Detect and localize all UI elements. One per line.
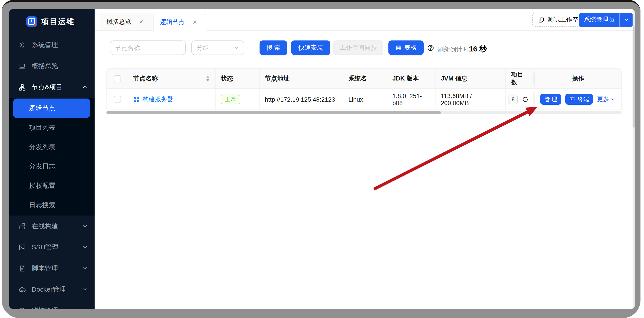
chevron-up-icon: [82, 84, 88, 90]
sidebar-item-label: 监控管理: [32, 306, 76, 309]
select-all-cell: [107, 68, 128, 89]
col-projects: 项目数: [506, 68, 532, 89]
status-cell: 正常: [216, 89, 260, 110]
vertical-scrollbar-thumb[interactable]: [632, 26, 635, 128]
sidebar-item-node-project[interactable]: 节点&项目: [9, 76, 94, 98]
table-view-button[interactable]: 表格: [388, 40, 424, 55]
screenshot-stage: 项目运维 系统管理 概括总览: [0, 0, 644, 318]
col-node-name[interactable]: 节点名称: [128, 68, 216, 89]
sidebar: 项目运维 系统管理 概括总览: [9, 9, 94, 309]
sidebar-item-logic-node[interactable]: 逻辑节点: [13, 98, 90, 118]
sidebar-item-script[interactable]: 脚本管理: [9, 258, 94, 279]
main-content: 概括总览 ✕ 逻辑节点 ✕ 测试工作空间 系统管理员: [94, 9, 635, 309]
group-select[interactable]: 分组: [191, 40, 244, 55]
projects-cell: 8: [506, 89, 532, 110]
app-title: 项目运维: [41, 16, 75, 26]
sidebar-item-label: 节点&项目: [32, 83, 76, 91]
sidebar-item-label: SSH管理: [32, 243, 76, 251]
chevron-down-icon: [82, 287, 88, 292]
sidebar-item-label: Docker管理: [32, 285, 76, 294]
sidebar-item-dispatch-log[interactable]: 分发日志: [9, 156, 94, 176]
terminal-label: 终端: [578, 95, 589, 103]
refresh-countdown-prefix: 刷新倒计时: [438, 46, 468, 54]
monitor-icon: [18, 307, 26, 309]
chevron-down-icon: [82, 266, 88, 271]
terminal-button[interactable]: 终端: [565, 94, 593, 105]
col-jvm: JVM 信息: [436, 68, 506, 89]
sidebar-item-ssh[interactable]: SSH管理: [9, 237, 94, 258]
close-icon[interactable]: ✕: [139, 19, 144, 25]
help-icon[interactable]: [427, 44, 434, 52]
sitemap-icon: [18, 83, 26, 91]
chevron-down-icon: [234, 45, 239, 50]
chevron-down-icon: [82, 244, 88, 250]
select-all-checkbox[interactable]: [114, 75, 121, 82]
sidebar-item-label: 逻辑节点: [29, 104, 56, 112]
chevron-down-icon: [610, 96, 616, 102]
sidebar-item-label: 分发日志: [29, 162, 56, 170]
node-name-input[interactable]: [110, 40, 186, 55]
sidebar-item-overview[interactable]: 概括总览: [9, 56, 94, 76]
node-name-cell: 构建服务器: [128, 89, 216, 110]
horizontal-scrollbar[interactable]: [106, 111, 622, 114]
project-count-tag[interactable]: 8: [508, 94, 518, 104]
build-blocks-icon: [18, 222, 26, 230]
sidebar-submenu-node-project: 逻辑节点 项目列表 分发列表 分发日志 授权配置 日志搜索: [9, 98, 94, 216]
gear-icon: [18, 41, 26, 48]
expand-arrows-icon: [133, 96, 140, 102]
more-label: 更多: [597, 95, 609, 103]
quick-install-button[interactable]: 快速安装: [291, 40, 330, 55]
sidebar-item-online-build[interactable]: 在线构建: [9, 216, 94, 237]
table-view-label: 表格: [404, 44, 416, 52]
sidebar-item-dispatch-list[interactable]: 分发列表: [9, 137, 94, 156]
jvm-cell: 113.68MB / 200.00MB: [436, 89, 506, 110]
col-address: 节点地址: [260, 68, 343, 89]
app-logo-icon: [26, 16, 37, 27]
ops-cell: 管 理 终端 更多: [535, 89, 621, 110]
search-button[interactable]: 搜 索: [260, 40, 287, 55]
chevron-down-icon: [620, 13, 633, 27]
sidebar-item-auth-config[interactable]: 授权配置: [9, 176, 94, 195]
horizontal-scrollbar-thumb[interactable]: [106, 111, 441, 114]
node-name: 构建服务器: [142, 95, 173, 103]
col-os: 系统名: [343, 68, 387, 89]
chevron-down-icon: [82, 308, 88, 309]
refresh-countdown: 刷新倒计时 16 秒: [438, 44, 487, 54]
node-link[interactable]: 构建服务器: [133, 95, 173, 103]
nodes-table: 节点名称 状态 节点地址 系统名 JDK 版本 JVM 信息 项目数 操作: [106, 68, 622, 110]
row-checkbox[interactable]: [114, 96, 121, 103]
workspace-sync-button[interactable]: 工作空间同步: [334, 40, 383, 55]
user-label: 系统管理员: [579, 13, 619, 27]
vertical-scrollbar[interactable]: [632, 9, 635, 309]
refresh-icon[interactable]: [522, 96, 529, 103]
refresh-countdown-value: 16 秒: [469, 44, 487, 54]
sidebar-item-docker[interactable]: Docker管理: [9, 279, 94, 300]
sidebar-item-monitor[interactable]: 监控管理: [9, 300, 94, 309]
tab-bar: 概括总览 ✕ 逻辑节点 ✕ 测试工作空间 系统管理员: [94, 9, 635, 31]
app-logo: 项目运维: [9, 9, 94, 34]
col-ops: 操作: [535, 68, 621, 89]
docker-cloud-icon: [18, 286, 26, 293]
sidebar-item-label: 脚本管理: [32, 264, 76, 272]
more-dropdown[interactable]: 更多: [597, 95, 616, 103]
user-menu-button[interactable]: 系统管理员: [579, 13, 633, 27]
close-icon[interactable]: ✕: [193, 19, 197, 25]
tab-overview[interactable]: 概括总览 ✕: [100, 13, 154, 31]
app-window: 项目运维 系统管理 概括总览: [9, 9, 635, 309]
sort-carets-icon[interactable]: [206, 76, 210, 81]
row-select-cell: [107, 89, 128, 110]
sidebar-item-system[interactable]: 系统管理: [9, 34, 94, 56]
sidebar-item-log-search[interactable]: 日志搜索: [9, 195, 94, 215]
toolbar: 分组 搜 索 快速安装 工作空间同步 表格: [94, 40, 635, 56]
manage-button[interactable]: 管 理: [540, 94, 561, 105]
tab-logic-node[interactable]: 逻辑节点 ✕: [154, 13, 206, 31]
status-badge: 正常: [221, 94, 240, 104]
os-cell: Linux: [343, 89, 387, 110]
sidebar-item-label: 授权配置: [29, 182, 56, 190]
sidebar-item-label: 日志搜索: [29, 201, 56, 209]
tab-label: 概括总览: [106, 18, 131, 26]
sidebar-item-project-list[interactable]: 项目列表: [9, 118, 94, 137]
sidebar-item-label: 概括总览: [32, 62, 88, 70]
col-jdk: JDK 版本: [387, 68, 436, 89]
laptop-icon: [18, 62, 26, 70]
